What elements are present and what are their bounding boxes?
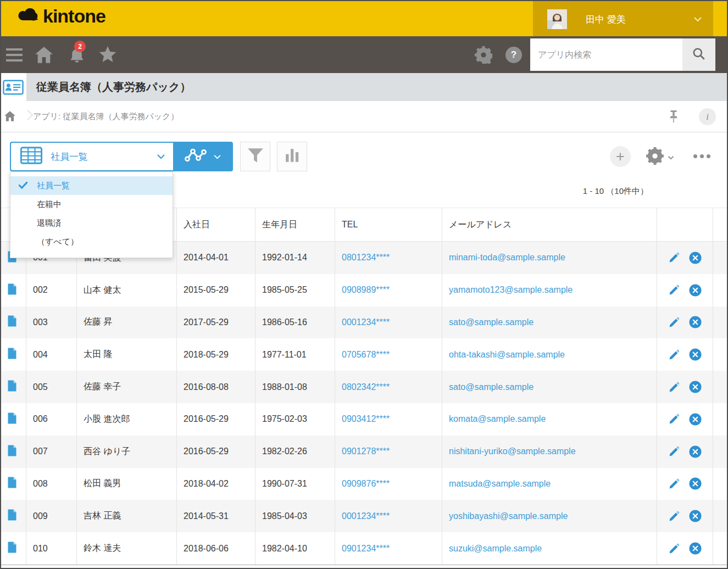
joined-date: 2018-04-02 bbox=[177, 468, 255, 500]
edit-pencil-icon[interactable] bbox=[668, 252, 680, 264]
record-link-cell[interactable] bbox=[0, 274, 26, 306]
employee-number: 004 bbox=[26, 338, 77, 371]
view-selector[interactable]: 社員一覧 bbox=[11, 143, 173, 170]
file-icon bbox=[8, 283, 16, 297]
delete-x-icon[interactable] bbox=[689, 477, 702, 490]
tel-link[interactable]: 0901234**** bbox=[335, 532, 442, 565]
tel-link[interactable]: 0901278**** bbox=[335, 436, 442, 468]
employee-name: 小股 進次郎 bbox=[77, 403, 177, 436]
graph-button[interactable] bbox=[173, 142, 233, 171]
delete-x-icon[interactable] bbox=[689, 284, 702, 297]
more-options-button[interactable] bbox=[693, 154, 710, 158]
record-link-cell[interactable] bbox=[0, 500, 26, 532]
joined-date: 2015-05-29 bbox=[177, 274, 255, 306]
email-link[interactable]: nishitani-yuriko@sample.sample bbox=[442, 436, 657, 468]
view-settings-button[interactable] bbox=[646, 147, 674, 167]
tel-link[interactable]: 0909876**** bbox=[335, 468, 442, 500]
delete-x-icon[interactable] bbox=[689, 542, 702, 555]
record-link-cell[interactable] bbox=[0, 338, 26, 371]
email-link[interactable]: suzuki@sample.sample bbox=[442, 532, 657, 565]
user-name: 田中 愛美 bbox=[586, 13, 626, 26]
dropdown-item-active[interactable]: 在籍中 bbox=[10, 195, 173, 214]
app-id-card-icon bbox=[0, 73, 26, 101]
tel-link[interactable]: 0001234**** bbox=[335, 306, 442, 339]
file-icon bbox=[8, 509, 16, 523]
email-link[interactable]: ohta-takashi@sample.sample bbox=[442, 338, 657, 371]
birth-date: 1985-05-25 bbox=[255, 274, 335, 306]
breadcrumb-app-link[interactable]: アプリ: 従業員名簿（人事労務パック） bbox=[33, 101, 179, 132]
email-link[interactable]: komata@sample.sample bbox=[442, 403, 657, 436]
tel-link[interactable]: 0801234**** bbox=[335, 242, 442, 274]
table-body: 001 冨田 美波 2014-04-01 1992-01-14 0801234*… bbox=[0, 242, 728, 565]
dropdown-item-employee-list[interactable]: 社員一覧 bbox=[10, 176, 173, 195]
delete-x-icon[interactable] bbox=[689, 413, 702, 426]
search-button[interactable] bbox=[682, 38, 715, 71]
kintone-logo[interactable]: kintone bbox=[16, 5, 105, 27]
email-link[interactable]: matsuda@sample.sample bbox=[442, 468, 657, 500]
tel-link[interactable]: 0802342**** bbox=[335, 371, 442, 403]
file-icon bbox=[8, 380, 16, 394]
employee-number: 006 bbox=[26, 403, 77, 436]
email-link[interactable]: yoshibayashi@sample.sample bbox=[442, 500, 657, 532]
filter-button[interactable] bbox=[240, 142, 270, 171]
tel-link[interactable]: 0705678**** bbox=[335, 338, 442, 371]
record-link-cell[interactable] bbox=[0, 468, 26, 500]
edit-pencil-icon[interactable] bbox=[668, 478, 680, 490]
record-link-cell[interactable] bbox=[0, 371, 26, 403]
employee-name: 松田 義男 bbox=[77, 468, 177, 500]
email-link[interactable]: yamamoto123@sample.sample bbox=[442, 274, 657, 306]
record-link-cell[interactable] bbox=[0, 532, 26, 565]
edit-pencil-icon[interactable] bbox=[668, 445, 680, 458]
edit-pencil-icon[interactable] bbox=[668, 316, 680, 328]
tel-link[interactable]: 0001234**** bbox=[335, 500, 442, 532]
delete-x-icon[interactable] bbox=[689, 348, 702, 361]
header-birth: 生年月日 bbox=[255, 208, 335, 241]
email-link[interactable]: sato@sample.sample bbox=[442, 371, 657, 403]
view-selector-group: 社員一覧 bbox=[10, 142, 233, 171]
edit-pencil-icon[interactable] bbox=[668, 543, 680, 555]
search-icon bbox=[692, 47, 706, 63]
tel-link[interactable]: 0903412**** bbox=[335, 403, 442, 436]
add-record-button[interactable]: + bbox=[610, 146, 631, 167]
hamburger-menu-icon[interactable] bbox=[4, 36, 24, 73]
tel-link[interactable]: 0908989**** bbox=[335, 274, 442, 306]
chart-button[interactable] bbox=[277, 142, 307, 171]
delete-x-icon[interactable] bbox=[689, 316, 702, 328]
user-menu[interactable]: 田中 愛美 bbox=[533, 0, 713, 38]
record-link-cell[interactable] bbox=[0, 403, 26, 436]
pin-icon[interactable] bbox=[669, 110, 678, 125]
home-icon[interactable] bbox=[33, 36, 55, 73]
chevron-down-icon bbox=[693, 14, 702, 24]
email-link[interactable]: sato@sample.sample bbox=[442, 306, 657, 339]
email-link[interactable]: minami-toda@sample.sample bbox=[442, 242, 657, 274]
search-input[interactable] bbox=[530, 38, 682, 71]
favorites-star-icon[interactable] bbox=[97, 36, 119, 73]
breadcrumb-home-icon[interactable] bbox=[4, 111, 15, 124]
edit-pencil-icon[interactable] bbox=[668, 510, 680, 522]
delete-x-icon[interactable] bbox=[689, 445, 702, 458]
help-icon[interactable]: ? bbox=[503, 36, 525, 73]
top-bar: kintone 田中 愛美 bbox=[0, 0, 728, 36]
birth-date: 1985-04-03 bbox=[255, 500, 335, 532]
record-link-cell[interactable] bbox=[0, 306, 26, 339]
app-search bbox=[530, 38, 715, 71]
breadcrumb-separator-icon bbox=[23, 110, 32, 120]
delete-x-icon[interactable] bbox=[689, 381, 702, 393]
info-icon[interactable]: i bbox=[699, 108, 716, 125]
edit-pencil-icon[interactable] bbox=[668, 349, 680, 361]
row-actions bbox=[657, 242, 713, 274]
delete-x-icon[interactable] bbox=[689, 252, 702, 264]
dropdown-item-retired[interactable]: 退職済 bbox=[10, 214, 173, 232]
gear-icon[interactable] bbox=[473, 36, 494, 73]
record-link-cell[interactable] bbox=[0, 436, 26, 468]
joined-date: 2014-05-31 bbox=[177, 500, 255, 532]
file-icon bbox=[8, 412, 16, 426]
birth-date: 1975-02-03 bbox=[255, 403, 335, 436]
edit-pencil-icon[interactable] bbox=[668, 413, 680, 425]
file-icon bbox=[8, 445, 16, 459]
edit-pencil-icon[interactable] bbox=[668, 381, 680, 393]
check-icon bbox=[18, 181, 28, 191]
delete-x-icon[interactable] bbox=[689, 510, 702, 522]
edit-pencil-icon[interactable] bbox=[668, 284, 680, 296]
dropdown-item-all[interactable]: （すべて） bbox=[10, 232, 173, 251]
